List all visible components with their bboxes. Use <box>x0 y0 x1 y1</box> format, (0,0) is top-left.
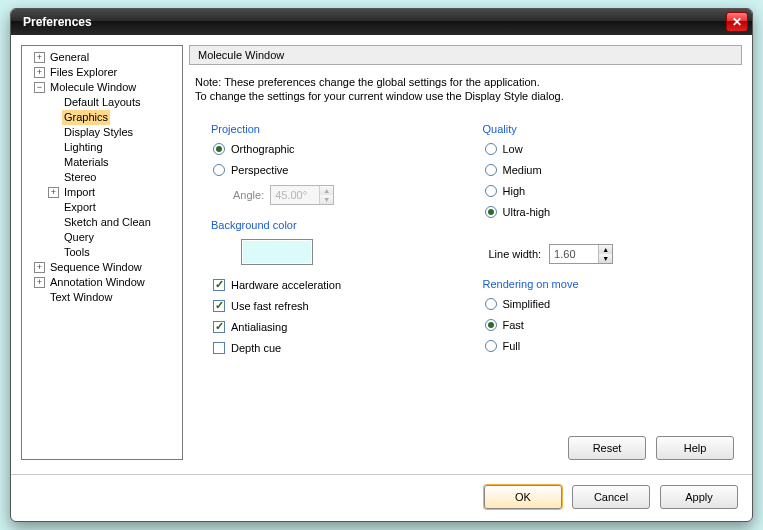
titlebar: Preferences ✕ <box>11 9 752 35</box>
tree-item-materials[interactable]: Materials <box>24 155 180 170</box>
chevron-up-icon: ▲ <box>320 186 333 195</box>
angle-stepper: ▲▼ <box>270 185 334 205</box>
projection-label: Projection <box>211 123 463 135</box>
chevron-up-icon[interactable]: ▲ <box>599 245 612 254</box>
radio-icon <box>485 185 497 197</box>
check-antialiasing[interactable]: Antialiasing <box>213 321 463 333</box>
check-hw-accel[interactable]: Hardware acceleration <box>213 279 463 291</box>
radio-icon <box>485 319 497 331</box>
quality-label: Quality <box>483 123 735 135</box>
nav-tree[interactable]: +General +Files Explorer −Molecule Windo… <box>21 45 183 460</box>
note-text: Note: These preferences change the globa… <box>189 73 742 113</box>
tree-item-text-window[interactable]: Text Window <box>24 290 180 305</box>
radio-icon <box>485 298 497 310</box>
radio-quality-ultra[interactable]: Ultra-high <box>485 206 735 218</box>
dialog-buttons: OK Cancel Apply <box>11 475 752 521</box>
radio-quality-low[interactable]: Low <box>485 143 735 155</box>
line-width-label: Line width: <box>489 248 542 260</box>
angle-input <box>271 186 319 204</box>
tree-item-tools[interactable]: Tools <box>24 245 180 260</box>
line-width-row: Line width: ▲▼ <box>489 244 735 264</box>
radio-icon <box>485 206 497 218</box>
expand-icon[interactable]: + <box>34 277 45 288</box>
bgcolor-swatch[interactable] <box>241 239 313 265</box>
ok-button[interactable]: OK <box>484 485 562 509</box>
close-icon[interactable]: ✕ <box>726 12 748 32</box>
radio-quality-medium[interactable]: Medium <box>485 164 735 176</box>
line-width-stepper[interactable]: ▲▼ <box>549 244 613 264</box>
tree-item-sketch-and-clean[interactable]: Sketch and Clean <box>24 215 180 230</box>
rom-label: Rendering on move <box>483 278 735 290</box>
page-title: Molecule Window <box>189 45 742 65</box>
checkbox-icon <box>213 342 225 354</box>
expand-icon[interactable]: + <box>48 187 59 198</box>
checkbox-icon <box>213 279 225 291</box>
expand-icon[interactable]: + <box>34 52 45 63</box>
options-area: Projection Orthographic Perspective Angl… <box>189 113 742 428</box>
tree-item-graphics[interactable]: Graphics <box>24 110 180 125</box>
tree-item-stereo[interactable]: Stereo <box>24 170 180 185</box>
check-fast-refresh[interactable]: Use fast refresh <box>213 300 463 312</box>
collapse-icon[interactable]: − <box>34 82 45 93</box>
angle-label: Angle: <box>233 189 264 201</box>
tree-item-default-layouts[interactable]: Default Layouts <box>24 95 180 110</box>
window-title: Preferences <box>23 15 726 29</box>
tree-item-query[interactable]: Query <box>24 230 180 245</box>
right-column: Quality Low Medium High Ultra-high Line … <box>483 117 735 428</box>
content-area: +General +Files Explorer −Molecule Windo… <box>11 35 752 468</box>
radio-icon <box>213 143 225 155</box>
angle-row: Angle: ▲▼ <box>233 185 463 205</box>
chevron-down-icon[interactable]: ▼ <box>599 254 612 263</box>
checkbox-icon <box>213 321 225 333</box>
checkbox-icon <box>213 300 225 312</box>
settings-panel: Molecule Window Note: These preferences … <box>189 45 742 460</box>
tree-item-sequence-window[interactable]: +Sequence Window <box>24 260 180 275</box>
expand-icon[interactable]: + <box>34 67 45 78</box>
line-width-input[interactable] <box>550 245 598 263</box>
reset-button[interactable]: Reset <box>568 436 646 460</box>
radio-icon <box>485 340 497 352</box>
tree-item-molecule-window[interactable]: −Molecule Window <box>24 80 180 95</box>
radio-icon <box>485 143 497 155</box>
apply-button[interactable]: Apply <box>660 485 738 509</box>
tree-item-display-styles[interactable]: Display Styles <box>24 125 180 140</box>
check-depth-cue[interactable]: Depth cue <box>213 342 463 354</box>
tree-item-import[interactable]: +Import <box>24 185 180 200</box>
tree-item-general[interactable]: +General <box>24 50 180 65</box>
tree-item-files-explorer[interactable]: +Files Explorer <box>24 65 180 80</box>
radio-icon <box>213 164 225 176</box>
bgcolor-label: Background color <box>211 219 463 231</box>
radio-icon <box>485 164 497 176</box>
radio-rom-simplified[interactable]: Simplified <box>485 298 735 310</box>
chevron-down-icon: ▼ <box>320 195 333 204</box>
radio-orthographic[interactable]: Orthographic <box>213 143 463 155</box>
tree-item-export[interactable]: Export <box>24 200 180 215</box>
radio-quality-high[interactable]: High <box>485 185 735 197</box>
radio-perspective[interactable]: Perspective <box>213 164 463 176</box>
radio-rom-full[interactable]: Full <box>485 340 735 352</box>
expand-icon[interactable]: + <box>34 262 45 273</box>
radio-rom-fast[interactable]: Fast <box>485 319 735 331</box>
cancel-button[interactable]: Cancel <box>572 485 650 509</box>
help-button[interactable]: Help <box>656 436 734 460</box>
preferences-window: Preferences ✕ +General +Files Explorer −… <box>10 8 753 522</box>
tree-item-annotation-window[interactable]: +Annotation Window <box>24 275 180 290</box>
left-column: Projection Orthographic Perspective Angl… <box>211 117 463 428</box>
tree-item-lighting[interactable]: Lighting <box>24 140 180 155</box>
panel-buttons: Reset Help <box>189 428 742 460</box>
